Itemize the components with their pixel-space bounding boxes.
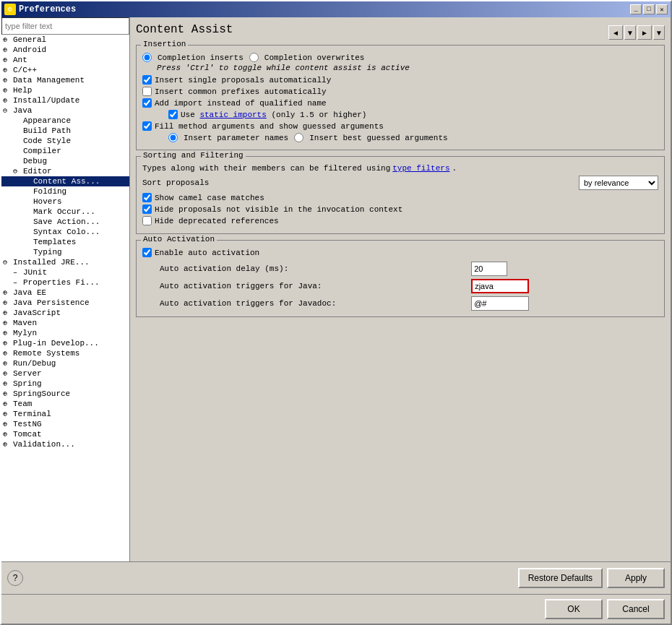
static-imports-link[interactable]: static imports bbox=[199, 111, 266, 119]
delay-input[interactable] bbox=[471, 262, 507, 276]
sidebar-item-mark-occurrences[interactable]: Mark Occur... bbox=[1, 207, 129, 217]
sidebar-item-run-debug[interactable]: ⊕ Run/Debug bbox=[1, 358, 129, 368]
sidebar-item-java-ee[interactable]: ⊕ Java EE bbox=[1, 288, 129, 298]
completion-inserts-radio[interactable] bbox=[142, 53, 152, 62]
sidebar-item-java[interactable]: ⊖ Java bbox=[1, 105, 129, 116]
sidebar-label-templates: Templates bbox=[33, 238, 76, 246]
sidebar: ⊕ General ⊕ Android ⊕ Ant ⊕ C/C++ ⊕ Da bbox=[1, 17, 130, 561]
param-names-row: Insert parameter names Insert best guess… bbox=[168, 133, 658, 142]
sidebar-item-server[interactable]: ⊕ Server bbox=[1, 368, 129, 379]
sidebar-item-android[interactable]: ⊕ Android bbox=[1, 45, 129, 55]
sidebar-item-templates[interactable]: Templates bbox=[1, 237, 129, 247]
sidebar-item-save-actions[interactable]: Save Action... bbox=[1, 217, 129, 227]
sidebar-item-java-codestyle[interactable]: Code Style bbox=[1, 136, 129, 146]
sidebar-item-java-editor[interactable]: ⊖ Editor bbox=[1, 166, 129, 176]
enable-auto-checkbox[interactable] bbox=[142, 248, 152, 257]
help-button[interactable]: ? bbox=[7, 570, 23, 586]
sidebar-item-java-compiler[interactable]: Compiler bbox=[1, 146, 129, 156]
javadoc-triggers-input[interactable] bbox=[471, 296, 529, 311]
sidebar-item-terminal[interactable]: ⊕ Terminal bbox=[1, 409, 129, 419]
expand-icon: ⊕ bbox=[3, 389, 13, 398]
completion-overwrites-radio[interactable] bbox=[249, 53, 259, 62]
expand-icon bbox=[23, 228, 33, 236]
tree-scroll[interactable]: ⊕ General ⊕ Android ⊕ Ant ⊕ C/C++ ⊕ Da bbox=[1, 35, 129, 561]
sidebar-item-installed-jre[interactable]: ⊖ Installed JRE... bbox=[1, 257, 129, 267]
sidebar-item-mylyn[interactable]: ⊕ Mylyn bbox=[1, 328, 129, 338]
sidebar-item-content-assist[interactable]: Content Ass... bbox=[1, 176, 129, 186]
javadoc-triggers-label: Auto activation triggers for Javadoc: bbox=[142, 299, 465, 308]
sidebar-item-data-mgmt[interactable]: ⊕ Data Management bbox=[1, 75, 129, 85]
forward-button[interactable]: ► bbox=[637, 25, 652, 40]
sidebar-item-junit[interactable]: – JUnit bbox=[1, 267, 129, 277]
ok-button[interactable]: OK bbox=[545, 599, 603, 619]
type-filters-row: Types along with their members can be fi… bbox=[142, 164, 658, 173]
forward-dropdown-button[interactable]: ▼ bbox=[653, 25, 665, 40]
sidebar-item-java-debug[interactable]: Debug bbox=[1, 156, 129, 166]
sidebar-label-java-appearance: Appearance bbox=[23, 116, 71, 125]
sidebar-item-hovers[interactable]: Hovers bbox=[1, 197, 129, 207]
use-static-checkbox[interactable] bbox=[168, 110, 178, 119]
maximize-button[interactable]: □ bbox=[643, 4, 655, 14]
back-button[interactable]: ◄ bbox=[608, 25, 623, 40]
cancel-button[interactable]: Cancel bbox=[607, 599, 665, 619]
sidebar-item-spring[interactable]: ⊕ Spring bbox=[1, 379, 129, 389]
completion-inserts-label[interactable]: Completion inserts bbox=[158, 53, 244, 62]
close-button[interactable]: ✕ bbox=[656, 4, 668, 14]
completion-overwrites-label[interactable]: Completion overwrites bbox=[264, 53, 365, 62]
filter-input[interactable] bbox=[1, 17, 129, 35]
sidebar-item-validation[interactable]: ⊕ Validation... bbox=[1, 439, 129, 449]
restore-defaults-button[interactable]: Restore Defaults bbox=[518, 568, 603, 588]
sidebar-item-java-persistence[interactable]: ⊕ Java Persistence bbox=[1, 298, 129, 308]
insert-param-label[interactable]: Insert parameter names bbox=[184, 134, 288, 142]
minimize-button[interactable]: _ bbox=[630, 4, 642, 14]
sidebar-item-typing[interactable]: Typing bbox=[1, 247, 129, 257]
sidebar-item-general[interactable]: ⊕ General bbox=[1, 35, 129, 45]
fill-method-label[interactable]: Fill method arguments and show guessed a… bbox=[155, 122, 384, 131]
sidebar-item-springsource[interactable]: ⊕ SpringSource bbox=[1, 389, 129, 399]
sidebar-item-maven[interactable]: ⊕ Maven bbox=[1, 318, 129, 328]
sidebar-item-testng[interactable]: ⊕ TestNG bbox=[1, 419, 129, 429]
sidebar-item-tomcat[interactable]: ⊕ Tomcat bbox=[1, 429, 129, 439]
hide-not-visible-label[interactable]: Hide proposals not visible in the invoca… bbox=[155, 205, 402, 214]
hide-deprecated-label[interactable]: Hide deprecated references bbox=[155, 217, 279, 225]
sidebar-item-properties-fi[interactable]: – Properties Fi... bbox=[1, 277, 129, 288]
sorting-section: Sorting and Filtering Types along with t… bbox=[136, 156, 665, 234]
sort-select[interactable]: by relevance alphabetically bbox=[579, 176, 658, 190]
sidebar-item-ant[interactable]: ⊕ Ant bbox=[1, 55, 129, 65]
insert-single-checkbox[interactable] bbox=[142, 75, 152, 85]
sidebar-item-plugin-dev[interactable]: ⊕ Plug-in Develop... bbox=[1, 338, 129, 348]
sidebar-label-terminal: Terminal bbox=[13, 410, 51, 418]
static-imports-row: Use static imports (only 1.5 or higher) bbox=[168, 110, 658, 119]
sidebar-item-team[interactable]: ⊕ Team bbox=[1, 399, 129, 409]
type-filters-link[interactable]: type filters bbox=[392, 164, 449, 173]
fill-method-checkbox[interactable] bbox=[142, 121, 152, 131]
sidebar-item-cpp[interactable]: ⊕ C/C++ bbox=[1, 65, 129, 75]
expand-icon: ⊕ bbox=[3, 339, 13, 348]
apply-button[interactable]: Apply bbox=[607, 568, 665, 588]
sidebar-item-java-appearance[interactable]: Appearance bbox=[1, 116, 129, 126]
sidebar-item-java-buildpath[interactable]: Build Path bbox=[1, 126, 129, 136]
insert-param-radio[interactable] bbox=[168, 133, 178, 142]
enable-auto-label[interactable]: Enable auto activation bbox=[155, 249, 259, 257]
hide-not-visible-checkbox[interactable] bbox=[142, 204, 152, 214]
insert-common-checkbox[interactable] bbox=[142, 87, 152, 96]
sidebar-item-folding[interactable]: Folding bbox=[1, 186, 129, 197]
add-import-checkbox[interactable] bbox=[142, 98, 152, 108]
insert-single-label[interactable]: Insert single proposals automatically bbox=[155, 76, 331, 85]
insert-common-label[interactable]: Insert common prefixes automatically bbox=[155, 87, 327, 96]
insert-best-label[interactable]: Insert best guessed arguments bbox=[309, 134, 447, 142]
sidebar-item-help[interactable]: ⊕ Help bbox=[1, 85, 129, 95]
back-dropdown-button[interactable]: ▼ bbox=[624, 25, 636, 40]
insert-best-radio[interactable] bbox=[294, 133, 303, 142]
show-camel-checkbox[interactable] bbox=[142, 193, 152, 202]
sidebar-item-install-update[interactable]: ⊕ Install/Update bbox=[1, 95, 129, 105]
java-triggers-input[interactable] bbox=[471, 279, 529, 293]
hide-deprecated-checkbox[interactable] bbox=[142, 216, 152, 225]
add-import-label[interactable]: Add import instead of qualified name bbox=[155, 99, 327, 108]
show-camel-label[interactable]: Show camel case matches bbox=[155, 194, 264, 202]
sidebar-label-java-buildpath: Build Path bbox=[23, 126, 71, 135]
sidebar-item-remote-systems[interactable]: ⊕ Remote Systems bbox=[1, 348, 129, 358]
sidebar-item-syntax-color[interactable]: Syntax Colo... bbox=[1, 227, 129, 237]
expand-icon bbox=[13, 147, 23, 155]
sidebar-item-javascript[interactable]: ⊕ JavaScript bbox=[1, 308, 129, 318]
